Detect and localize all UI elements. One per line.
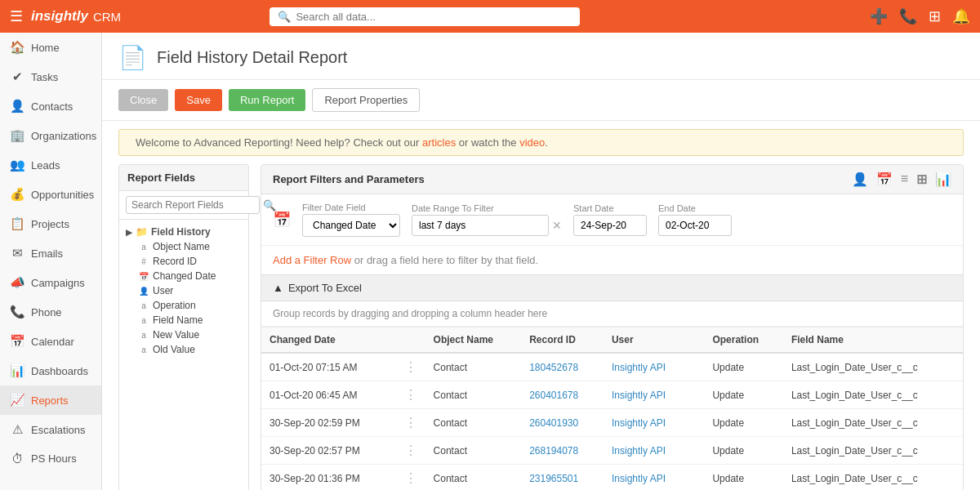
sidebar-label-calendar: Calendar bbox=[31, 336, 74, 348]
row-menu-dots[interactable]: ⋮ bbox=[404, 360, 417, 374]
export-header[interactable]: ▲ Export To Excel bbox=[261, 274, 963, 301]
sidebar-item-contacts[interactable]: 👤 Contacts bbox=[0, 91, 101, 121]
record-link[interactable]: 180452678 bbox=[529, 362, 578, 373]
chart-icon[interactable]: 📊 bbox=[935, 172, 951, 187]
close-button[interactable]: Close bbox=[118, 89, 168, 111]
field-item-object-name[interactable]: a Object Name bbox=[126, 239, 242, 254]
cell-record-id[interactable]: 268194078 bbox=[521, 437, 604, 465]
user-link[interactable]: Insightly API bbox=[612, 362, 666, 373]
cell-user[interactable]: Insightly API bbox=[604, 381, 704, 409]
cell-user[interactable]: Insightly API bbox=[604, 353, 704, 381]
cell-menu[interactable]: ⋮ bbox=[396, 409, 425, 437]
record-link[interactable]: 260401678 bbox=[529, 390, 578, 401]
save-button[interactable]: Save bbox=[175, 89, 222, 111]
sidebar-item-organizations[interactable]: 🏢 Organizations bbox=[0, 121, 101, 150]
cell-user[interactable]: Insightly API bbox=[604, 465, 704, 491]
hamburger-menu[interactable]: ☰ bbox=[10, 7, 23, 25]
phone-icon[interactable]: 📞 bbox=[899, 7, 917, 25]
organizations-icon: 🏢 bbox=[10, 128, 24, 143]
sidebar-item-campaigns[interactable]: 📣 Campaigns bbox=[0, 268, 101, 297]
run-report-button[interactable]: Run Report bbox=[229, 89, 305, 111]
row-menu-dots[interactable]: ⋮ bbox=[404, 416, 417, 430]
filter-start-date-input[interactable] bbox=[573, 215, 647, 236]
cell-operation: Update bbox=[704, 381, 783, 409]
home-icon: 🏠 bbox=[10, 40, 24, 55]
field-item-field-name[interactable]: a Field Name bbox=[126, 313, 242, 327]
add-filter-link[interactable]: Add a Filter Row bbox=[273, 254, 351, 266]
field-item-record-id[interactable]: # Record ID bbox=[126, 254, 242, 269]
row-menu-dots[interactable]: ⋮ bbox=[404, 388, 417, 402]
person-filter-icon[interactable]: 👤 bbox=[852, 172, 868, 187]
table-view-icon[interactable]: ⊞ bbox=[916, 172, 927, 187]
user-link[interactable]: Insightly API bbox=[612, 473, 666, 484]
cell-user[interactable]: Insightly API bbox=[604, 437, 704, 465]
cell-menu[interactable]: ⋮ bbox=[396, 437, 425, 465]
sidebar-item-emails[interactable]: ✉ Emails bbox=[0, 238, 101, 268]
add-filter-row[interactable]: Add a Filter Row or drag a field here to… bbox=[261, 246, 963, 274]
articles-link[interactable]: articles bbox=[422, 136, 456, 149]
sidebar-item-opportunities[interactable]: 💰 Opportunities bbox=[0, 180, 101, 209]
report-properties-button[interactable]: Report Properties bbox=[312, 88, 420, 112]
page-header: 📄 Field History Detail Report bbox=[102, 33, 980, 80]
cell-menu[interactable]: ⋮ bbox=[396, 381, 425, 409]
filter-date-range-input[interactable] bbox=[412, 215, 549, 236]
user-link[interactable]: Insightly API bbox=[612, 445, 666, 457]
sidebar-item-home[interactable]: 🏠 Home bbox=[0, 33, 101, 62]
report-fields-search-input[interactable] bbox=[126, 196, 260, 214]
col-changed-date: Changed Date bbox=[261, 327, 396, 354]
field-item-operation[interactable]: a Operation bbox=[126, 298, 242, 313]
filter-clear-icon[interactable]: ✕ bbox=[552, 219, 562, 232]
collapse-icon: ▲ bbox=[273, 282, 283, 294]
filters-header-icons: 👤 📅 ≡ ⊞ 📊 bbox=[852, 172, 951, 187]
cell-record-id[interactable]: 180452678 bbox=[521, 353, 604, 381]
search-input[interactable] bbox=[296, 11, 572, 23]
contacts-icon: 👤 bbox=[10, 99, 24, 114]
cell-record-id[interactable]: 260401678 bbox=[521, 381, 604, 409]
chevron-right-icon: ▶ bbox=[126, 228, 132, 237]
search-bar[interactable]: 🔍 bbox=[270, 7, 580, 26]
sidebar-item-leads[interactable]: 👥 Leads bbox=[0, 150, 101, 180]
calendar-filter-icon[interactable]: 📅 bbox=[876, 172, 893, 187]
sidebar-item-projects[interactable]: 📋 Projects bbox=[0, 209, 101, 238]
sidebar-label-ps-hours: PS Hours bbox=[31, 452, 77, 465]
cell-record-id[interactable]: 260401930 bbox=[521, 409, 604, 437]
sidebar-item-phone[interactable]: 📞 Phone bbox=[0, 297, 101, 327]
grid-icon[interactable]: ⊞ bbox=[929, 7, 941, 25]
filter-lines-icon[interactable]: ≡ bbox=[901, 172, 908, 187]
cell-menu[interactable]: ⋮ bbox=[396, 465, 425, 491]
filter-date-field-select[interactable]: Changed Date bbox=[302, 214, 400, 237]
calendar-input-icon[interactable]: 📅 bbox=[273, 211, 291, 229]
cell-changed-date: 30-Sep-20 01:36 PM bbox=[261, 465, 396, 491]
filter-date-range-control: ✕ bbox=[412, 215, 562, 236]
cell-record-id[interactable]: 231965501 bbox=[521, 465, 604, 491]
record-link[interactable]: 268194078 bbox=[529, 445, 578, 457]
cell-field-name: Last_Login_Date_User_c__c bbox=[783, 381, 963, 409]
filter-start-date-label: Start Date bbox=[573, 203, 647, 213]
record-link[interactable]: 231965501 bbox=[529, 473, 578, 484]
field-item-old-value[interactable]: a Old Value bbox=[126, 342, 242, 357]
cell-menu[interactable]: ⋮ bbox=[396, 353, 425, 381]
field-item-new-value[interactable]: a New Value bbox=[126, 327, 242, 342]
row-menu-dots[interactable]: ⋮ bbox=[404, 443, 417, 457]
tasks-icon: ✔ bbox=[10, 69, 24, 84]
filters-header: Report Filters and Parameters 👤 📅 ≡ ⊞ 📊 bbox=[261, 165, 963, 194]
record-link[interactable]: 260401930 bbox=[529, 417, 578, 429]
sidebar-item-dashboards[interactable]: 📊 Dashboards bbox=[0, 356, 101, 385]
filter-end-date-input[interactable] bbox=[658, 215, 732, 236]
row-menu-dots[interactable]: ⋮ bbox=[404, 471, 417, 485]
op-type-icon: a bbox=[139, 301, 149, 310]
bell-icon[interactable]: 🔔 bbox=[952, 7, 970, 25]
sidebar-item-calendar[interactable]: 📅 Calendar bbox=[0, 327, 101, 356]
field-item-changed-date[interactable]: 📅 Changed Date bbox=[126, 269, 242, 283]
cell-user[interactable]: Insightly API bbox=[604, 409, 704, 437]
sidebar-item-tasks[interactable]: ✔ Tasks bbox=[0, 62, 101, 91]
user-link[interactable]: Insightly API bbox=[612, 390, 666, 401]
sidebar-item-ps-hours[interactable]: ⏱ PS Hours bbox=[0, 444, 101, 473]
sidebar-item-escalations[interactable]: ⚠ Escalations bbox=[0, 415, 101, 444]
sidebar-item-reports[interactable]: 📈 Reports bbox=[0, 385, 101, 415]
field-item-user[interactable]: 👤 User bbox=[126, 283, 242, 298]
user-link[interactable]: Insightly API bbox=[612, 417, 666, 429]
report-fields-title: Report Fields bbox=[119, 165, 248, 191]
add-icon[interactable]: ➕ bbox=[870, 7, 888, 25]
video-link[interactable]: video bbox=[519, 136, 545, 149]
